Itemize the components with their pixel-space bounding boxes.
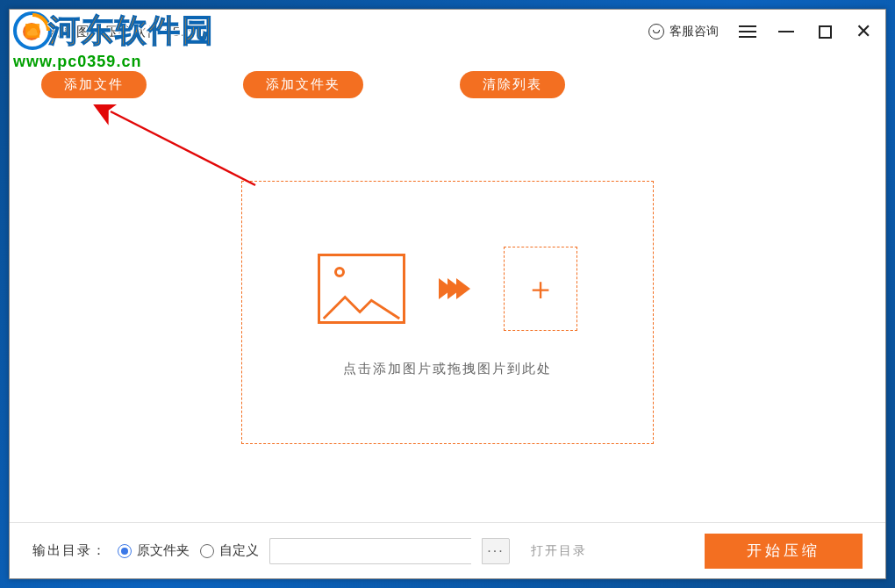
- dropzone-hint: 点击添加图片或拖拽图片到此处: [343, 361, 552, 377]
- radio-icon: [118, 544, 132, 558]
- browse-button[interactable]: ···: [482, 538, 510, 564]
- customer-service-label: 客服咨询: [669, 24, 719, 39]
- add-box-icon: ＋: [504, 247, 577, 331]
- titlebar: 云橙图片压缩软件 v5.6.6 客服咨询 ✕: [10, 10, 885, 54]
- output-path-input[interactable]: [269, 538, 471, 564]
- maximize-icon: [819, 25, 832, 39]
- plus-icon: ＋: [525, 268, 556, 311]
- menu-button[interactable]: [738, 22, 757, 41]
- add-folder-button[interactable]: 添加文件夹: [243, 71, 363, 98]
- output-label: 输出目录：: [32, 542, 107, 559]
- maximize-button[interactable]: [815, 22, 834, 41]
- radio-icon: [200, 544, 214, 558]
- minimize-button[interactable]: [777, 22, 796, 41]
- dropzone[interactable]: ＋ 点击添加图片或拖拽图片到此处: [241, 181, 654, 444]
- close-icon: ✕: [856, 22, 871, 41]
- arrows-icon: [439, 278, 470, 299]
- customer-service-button[interactable]: 客服咨询: [648, 24, 719, 39]
- smile-icon: [648, 24, 664, 39]
- app-title: 云橙图片压缩软件 v5.6.6: [48, 24, 206, 40]
- bottom-bar: 输出目录： 原文件夹 自定义 ··· 打开目录 开始压缩: [10, 522, 885, 578]
- hamburger-icon: [739, 25, 756, 38]
- clear-list-button[interactable]: 清除列表: [460, 71, 565, 98]
- main-area: ＋ 点击添加图片或拖拽图片到此处: [10, 102, 885, 522]
- add-file-button[interactable]: 添加文件: [41, 71, 147, 98]
- close-button[interactable]: ✕: [854, 22, 873, 41]
- app-logo-icon: [22, 22, 41, 41]
- start-compress-button[interactable]: 开始压缩: [705, 534, 863, 569]
- open-directory-link[interactable]: 打开目录: [531, 543, 587, 559]
- toolbar: 添加文件 添加文件夹 清除列表: [10, 54, 885, 102]
- minimize-icon: [778, 31, 794, 32]
- radio-custom-label: 自定义: [219, 542, 259, 559]
- image-icon: [318, 254, 405, 324]
- radio-custom-folder[interactable]: 自定义: [200, 542, 259, 559]
- app-window: 河东软件园 www.pc0359.cn 云橙图片压缩软件 v5.6.6 客服咨询: [9, 9, 886, 579]
- radio-original-label: 原文件夹: [137, 542, 190, 559]
- radio-original-folder[interactable]: 原文件夹: [118, 542, 190, 559]
